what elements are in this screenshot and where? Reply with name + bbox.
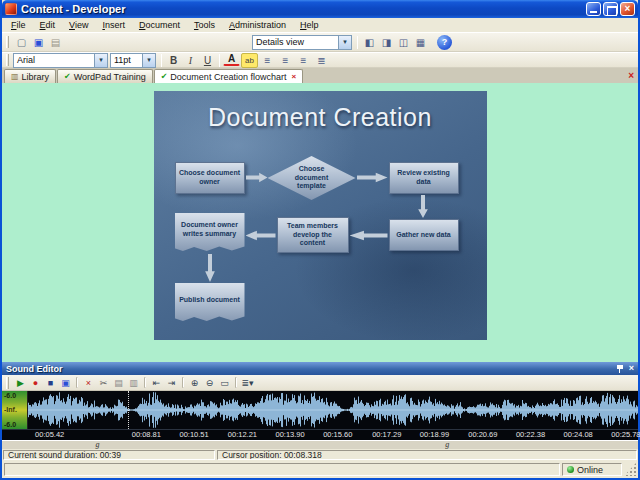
menu-item[interactable]: Edit <box>33 19 63 31</box>
flow-arrow-right <box>357 172 388 183</box>
waveform[interactable] <box>28 391 638 429</box>
flow-node-review-existing[interactable]: Review existing data <box>389 162 459 194</box>
font-combo[interactable]: Arial ▾ <box>13 53 108 68</box>
menu-item[interactable]: Tools <box>187 19 222 31</box>
tab[interactable]: ▥ Library <box>4 69 56 83</box>
timeline-marker[interactable]: g <box>445 440 449 449</box>
delete-icon[interactable]: × <box>81 376 96 390</box>
bold-button[interactable]: B <box>165 53 182 68</box>
flow-node-gather-new[interactable]: Gather new data <box>389 219 459 251</box>
amplitude-scale: -6.0 -Inf. -6.0 <box>2 391 28 429</box>
cut-icon[interactable]: ✂ <box>96 376 111 390</box>
time-label: 00:17.29 <box>372 430 401 439</box>
highlight-icon[interactable]: ab <box>241 53 258 68</box>
pin-icon[interactable] <box>616 364 625 374</box>
align-right-icon[interactable]: ≡ <box>295 53 312 68</box>
main-toolbar: ▢▣▤ Details view ▾ ◧◨◫▦ ? <box>2 32 638 52</box>
goto-end-icon[interactable]: ⇥ <box>164 376 179 390</box>
sep[interactable] <box>182 377 184 388</box>
online-icon <box>567 466 574 473</box>
tab[interactable]: ✔ Document Creation flowchart × <box>154 69 303 83</box>
flow-node-choose-owner[interactable]: Choose document owner <box>175 162 245 194</box>
flow-arrow-down <box>418 195 429 218</box>
timeline-marker[interactable]: g <box>95 440 99 449</box>
new-document-icon[interactable]: ▢ <box>13 35 30 50</box>
chevron-down-icon[interactable]: ▾ <box>338 36 351 49</box>
italic-button[interactable]: I <box>182 53 199 68</box>
menu-item[interactable]: File <box>4 19 33 31</box>
play-icon[interactable]: ▶ <box>13 376 28 390</box>
tab-label: WordPad Training <box>74 72 146 82</box>
sound-editor-toolbar: ▶●■▣×✂▤▥⇤⇥⊕⊖▭≣▾ <box>2 375 638 391</box>
layout-single-icon[interactable]: ◧ <box>361 35 378 50</box>
window-title: Content - Developer <box>21 3 584 15</box>
tabstrip-close-icon[interactable]: × <box>628 70 634 81</box>
time-label: 00:08.81 <box>132 430 161 439</box>
minimize-button[interactable] <box>586 2 601 16</box>
copy-icon[interactable]: ▤ <box>111 376 126 390</box>
goto-start-icon[interactable]: ⇤ <box>149 376 164 390</box>
sep[interactable] <box>144 377 146 388</box>
help-button[interactable]: ? <box>437 35 452 50</box>
app-window: Content - Developer × FileEditViewInsert… <box>0 0 640 480</box>
resize-grip[interactable] <box>624 463 636 476</box>
menu-item[interactable]: Help <box>293 19 326 31</box>
stop-icon[interactable]: ■ <box>43 376 58 390</box>
marker-bar[interactable]: gg <box>2 440 638 449</box>
sep[interactable] <box>235 377 237 388</box>
layout-split-icon[interactable]: ◨ <box>378 35 395 50</box>
sep[interactable] <box>76 377 78 388</box>
toolbar-grip[interactable] <box>6 36 9 48</box>
chevron-down-icon[interactable]: ▾ <box>142 54 155 67</box>
format-toolbar: Arial ▾ 11pt ▾ BIU Aab≡≡≡≣ <box>2 52 638 68</box>
flowchart-slide[interactable]: Document Creation Choose document owner … <box>154 91 487 340</box>
sound-editor-statusbar: Current sound duration: 00:39 Cursor pos… <box>2 449 638 461</box>
slide-title: Document Creation <box>154 103 487 132</box>
flow-node-publish[interactable]: Publish document <box>175 283 245 323</box>
zoom-out-icon[interactable]: ⊖ <box>202 376 217 390</box>
time-ruler[interactable]: 00:05.4200:08.8100:10.5100:12.2100:13.90… <box>2 429 638 440</box>
time-label: 00:13.90 <box>275 430 304 439</box>
flow-node-choose-template[interactable]: Choose document template <box>268 156 356 200</box>
close-button[interactable]: × <box>620 2 635 16</box>
paste-icon[interactable]: ▥ <box>126 376 141 390</box>
menu-item[interactable]: View <box>62 19 95 31</box>
tabstrip: × ▥ Library ✔ WordPad Training ✔ Documen… <box>2 68 638 83</box>
close-icon: × <box>625 4 631 14</box>
details-view-combo[interactable]: Details view ▾ <box>252 35 352 50</box>
zoom-in-icon[interactable]: ⊕ <box>187 376 202 390</box>
align-center-icon[interactable]: ≡ <box>277 53 294 68</box>
zoom-fit-icon[interactable]: ▭ <box>217 376 232 390</box>
menu-item[interactable]: Administration <box>222 19 293 31</box>
flow-node-owner-summary[interactable]: Document owner writes summary <box>175 213 245 253</box>
layout-columns-icon[interactable]: ◫ <box>395 35 412 50</box>
cursor-position-status: Cursor position: 00:08.318 <box>217 450 637 460</box>
menu-item[interactable]: Document <box>132 19 187 31</box>
sound-editor-titlebar[interactable]: Sound Editor × <box>2 362 638 375</box>
options-menu-icon[interactable]: ≣▾ <box>240 376 255 390</box>
text-color-icon[interactable]: A <box>223 53 240 66</box>
underline-button[interactable]: U <box>199 53 216 68</box>
print-icon[interactable]: ▤ <box>47 35 64 50</box>
flow-node-team-develop[interactable]: Team members develop the content <box>277 217 349 253</box>
tab-close-icon[interactable]: × <box>291 72 296 81</box>
record-icon[interactable]: ● <box>28 376 43 390</box>
app-statusbar: Online <box>2 461 638 478</box>
playback-cursor[interactable] <box>128 391 129 429</box>
toolbar-grip[interactable] <box>6 377 9 389</box>
bullets-icon[interactable]: ≣ <box>313 53 330 68</box>
toolbar-grip[interactable] <box>6 54 9 66</box>
sound-editor-close-icon[interactable]: × <box>629 364 634 373</box>
save-icon[interactable]: ▣ <box>58 376 73 390</box>
maximize-button[interactable] <box>603 2 618 16</box>
content-area: Document Creation Choose document owner … <box>2 83 638 362</box>
layout-grid-icon[interactable]: ▦ <box>412 35 429 50</box>
menu-item[interactable]: Insert <box>95 19 132 31</box>
time-label: 00:18.99 <box>420 430 449 439</box>
align-left-icon[interactable]: ≡ <box>259 53 276 68</box>
waveform-row: -6.0 -Inf. -6.0 <box>2 391 638 429</box>
save-icon[interactable]: ▣ <box>30 35 47 50</box>
font-size-combo[interactable]: 11pt ▾ <box>110 53 156 68</box>
chevron-down-icon[interactable]: ▾ <box>94 54 107 67</box>
tab[interactable]: ✔ WordPad Training <box>57 69 153 83</box>
